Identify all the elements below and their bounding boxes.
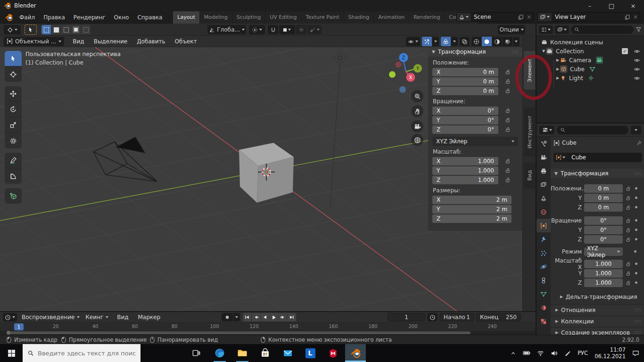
lock-icon[interactable] bbox=[505, 88, 511, 94]
tab-sculpting[interactable]: Sculpting bbox=[232, 11, 265, 24]
gizmos-toggle[interactable] bbox=[422, 37, 432, 46]
breadcrumb-object[interactable]: Cube bbox=[562, 140, 577, 146]
axis-neg-y-ball[interactable] bbox=[389, 71, 396, 78]
tab-render[interactable] bbox=[537, 150, 551, 164]
outliner-scope-dropdown[interactable] bbox=[555, 25, 569, 34]
rotation-mode-dropdown[interactable]: XYZ Эйлер bbox=[584, 247, 623, 256]
select-mode-extend[interactable] bbox=[51, 25, 61, 34]
scrollbar-handle[interactable] bbox=[7, 331, 10, 335]
perspective-toggle-button[interactable] bbox=[411, 134, 423, 146]
lock-icon[interactable] bbox=[626, 227, 631, 233]
shading-dropdown[interactable] bbox=[513, 37, 520, 46]
rotation-mode-dropdown[interactable]: XYZ Эйлер bbox=[432, 137, 518, 146]
lock-icon[interactable] bbox=[626, 205, 631, 210]
eye-icon[interactable] bbox=[634, 48, 640, 55]
taskbar-search[interactable] bbox=[23, 344, 140, 362]
jump-to-end-button[interactable] bbox=[288, 313, 297, 321]
options-dropdown[interactable]: Опции bbox=[498, 25, 525, 34]
tab-scene[interactable] bbox=[537, 191, 551, 205]
tab-animation[interactable]: Animation bbox=[374, 11, 409, 24]
properties-options-dropdown[interactable] bbox=[631, 126, 641, 134]
language-indicator[interactable]: РУС bbox=[578, 350, 588, 356]
tab-texture[interactable] bbox=[537, 314, 551, 328]
camera-data-icon[interactable] bbox=[596, 57, 603, 63]
scale-z-field[interactable]: Z1.000 bbox=[432, 176, 498, 184]
timeline-ruler[interactable]: 20 40 60 80 100 120 140 160 180 200 220 … bbox=[0, 322, 536, 331]
timeline-editor-dropdown[interactable] bbox=[3, 313, 17, 321]
scene-collection-row[interactable]: Коллекция сцены bbox=[537, 38, 644, 47]
location-x-field[interactable]: X0 m bbox=[432, 68, 498, 76]
lock-icon[interactable] bbox=[505, 177, 511, 183]
taskbar-store[interactable] bbox=[255, 344, 275, 362]
light-data-icon[interactable] bbox=[588, 75, 594, 81]
animate-dot[interactable] bbox=[635, 187, 637, 189]
transform-panel-header[interactable]: ▼ Трансформация :::: bbox=[551, 169, 644, 178]
sidebar-tab-tool[interactable]: Инструмент bbox=[524, 107, 535, 156]
start-button[interactable] bbox=[0, 344, 23, 362]
display-mode-dropdown[interactable] bbox=[539, 25, 553, 34]
rotation-x-field[interactable]: 0° bbox=[584, 216, 623, 225]
scale-x-field[interactable]: X1.000 bbox=[432, 157, 498, 165]
location-x-field[interactable]: 0 m bbox=[584, 184, 623, 193]
playback-menu[interactable]: Воспроизведение bbox=[22, 314, 80, 321]
light-object[interactable] bbox=[332, 50, 348, 66]
tab-constraints[interactable] bbox=[537, 273, 551, 287]
tool-select-box[interactable] bbox=[5, 51, 22, 66]
view-layer-copy-button[interactable] bbox=[623, 14, 631, 20]
location-z-field[interactable]: 0 m bbox=[584, 203, 623, 212]
shading-rendered-button[interactable] bbox=[503, 37, 512, 46]
axis-neg-z-ball[interactable] bbox=[399, 86, 406, 93]
location-z-field[interactable]: Z0 m bbox=[432, 87, 498, 95]
transform-panel-header[interactable]: ▼ Трансформация :::: bbox=[428, 47, 522, 57]
frame-end-field[interactable]: Конец 250 bbox=[476, 313, 521, 321]
location-y-field[interactable]: Y0 m bbox=[432, 77, 498, 86]
close-button[interactable]: × bbox=[622, 0, 644, 11]
outliner-item-cube[interactable]: ▶ Cube bbox=[537, 65, 644, 74]
jump-to-start-button[interactable] bbox=[243, 313, 252, 321]
animate-dot[interactable] bbox=[635, 263, 637, 265]
snap-to-dropdown[interactable] bbox=[279, 25, 295, 34]
tab-modifiers[interactable] bbox=[537, 232, 551, 246]
tool-rotate[interactable] bbox=[5, 102, 22, 117]
view-layer-browse-button[interactable] bbox=[538, 13, 552, 21]
menu-select[interactable]: Выделение bbox=[89, 38, 132, 45]
panel-grip-icon[interactable]: :::: bbox=[634, 330, 641, 335]
expand-triangle-icon[interactable]: ▶ bbox=[555, 58, 560, 62]
tab-modeling[interactable]: Modeling bbox=[200, 11, 232, 24]
menu-render[interactable]: Рендеринг bbox=[69, 11, 110, 24]
animate-dot[interactable] bbox=[634, 250, 636, 253]
menu-help[interactable]: Справка bbox=[133, 11, 166, 24]
rotation-z-field[interactable]: Z0° bbox=[432, 125, 498, 134]
gizmos-dropdown[interactable] bbox=[432, 37, 439, 46]
tab-shading[interactable]: Shading bbox=[344, 11, 374, 24]
editor-type-dropdown[interactable] bbox=[539, 126, 554, 134]
tab-rendering[interactable]: Rendering bbox=[409, 11, 445, 24]
tab-uv-editing[interactable]: UV Editing bbox=[265, 11, 301, 24]
tab-material[interactable] bbox=[537, 301, 551, 314]
scale-x-field[interactable]: 1.000 bbox=[584, 260, 623, 268]
tool-move[interactable] bbox=[5, 86, 22, 102]
camera-view-button[interactable] bbox=[411, 120, 423, 132]
animate-dot[interactable] bbox=[635, 272, 637, 274]
task-view-button[interactable] bbox=[186, 344, 206, 362]
scale-y-field[interactable]: Y1.000 bbox=[432, 166, 498, 175]
wifi-icon[interactable] bbox=[537, 350, 544, 357]
timeline-scrollbar[interactable] bbox=[0, 331, 536, 335]
scrollbar-thumb[interactable] bbox=[8, 331, 471, 334]
lock-icon[interactable] bbox=[626, 261, 631, 267]
dimensions-x-field[interactable]: X2 m bbox=[432, 196, 512, 204]
active-tool-fallback-button[interactable] bbox=[4, 25, 21, 34]
clock[interactable]: 11:07 06.12.2021 bbox=[594, 346, 626, 360]
menu-file[interactable]: Файл bbox=[15, 11, 39, 24]
panel-grip-icon[interactable]: :::: bbox=[634, 172, 641, 176]
tray-expand-icon[interactable] bbox=[510, 350, 516, 356]
play-button[interactable] bbox=[270, 313, 279, 321]
zoom-button[interactable] bbox=[411, 90, 423, 102]
tab-physics[interactable] bbox=[537, 260, 551, 273]
outliner-item-camera[interactable]: ▶ Camera bbox=[537, 56, 644, 65]
play-reverse-button[interactable] bbox=[261, 313, 270, 321]
pin-icon[interactable] bbox=[636, 140, 642, 146]
transform-orientation-dropdown[interactable]: Глоба... bbox=[207, 25, 246, 34]
view-layer-remove-button[interactable]: × bbox=[631, 14, 640, 20]
current-frame-field[interactable]: 1 bbox=[388, 313, 425, 321]
